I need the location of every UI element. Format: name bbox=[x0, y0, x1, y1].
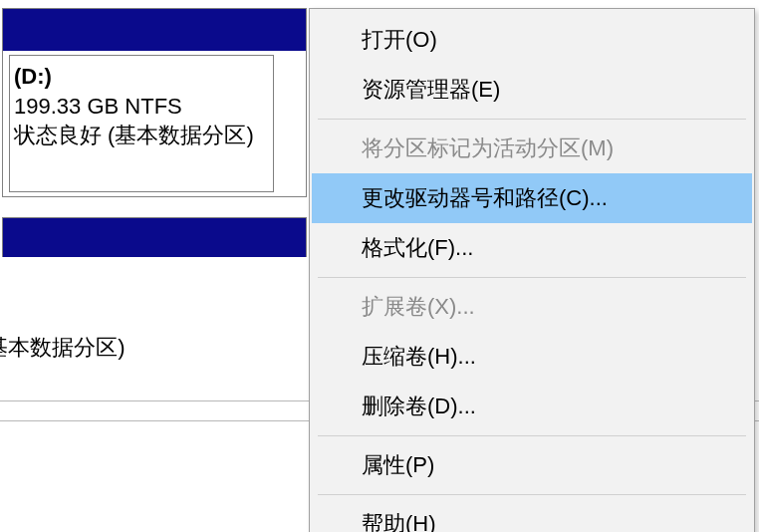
menu-separator bbox=[318, 435, 746, 436]
partition-status: 状态良好 (基本数据分区) bbox=[14, 121, 269, 150]
volume-list-fragment: 转储, 基本数据分区) bbox=[0, 333, 126, 363]
menu-separator bbox=[318, 494, 746, 495]
menu-separator bbox=[318, 277, 746, 278]
menu-separator bbox=[318, 119, 746, 120]
menu-format[interactable]: 格式化(F)... bbox=[312, 223, 752, 273]
disk-row: (D:) 199.33 GB NTFS 状态良好 (基本数据分区) bbox=[2, 8, 307, 197]
partition-d[interactable]: (D:) 199.33 GB NTFS 状态良好 (基本数据分区) bbox=[9, 55, 274, 192]
disk-second-header bbox=[2, 217, 307, 257]
menu-change-drive-letter[interactable]: 更改驱动器号和路径(C)... bbox=[312, 173, 752, 223]
menu-mark-active: 将分区标记为活动分区(M) bbox=[312, 124, 752, 173]
menu-open[interactable]: 打开(O) bbox=[312, 15, 752, 65]
menu-shrink-volume[interactable]: 压缩卷(H)... bbox=[312, 332, 752, 382]
disk-row-header bbox=[3, 9, 306, 51]
menu-delete-volume[interactable]: 删除卷(D)... bbox=[312, 382, 752, 431]
menu-help[interactable]: 帮助(H) bbox=[312, 499, 752, 532]
partition-size: 199.33 GB NTFS bbox=[14, 92, 269, 122]
partition-label: (D:) bbox=[14, 62, 269, 92]
menu-properties[interactable]: 属性(P) bbox=[312, 440, 752, 490]
partition-context-menu: 打开(O) 资源管理器(E) 将分区标记为活动分区(M) 更改驱动器号和路径(C… bbox=[309, 8, 755, 532]
menu-explorer[interactable]: 资源管理器(E) bbox=[312, 65, 752, 115]
menu-extend-volume: 扩展卷(X)... bbox=[312, 282, 752, 332]
disk-row-body: (D:) 199.33 GB NTFS 状态良好 (基本数据分区) bbox=[3, 51, 306, 196]
